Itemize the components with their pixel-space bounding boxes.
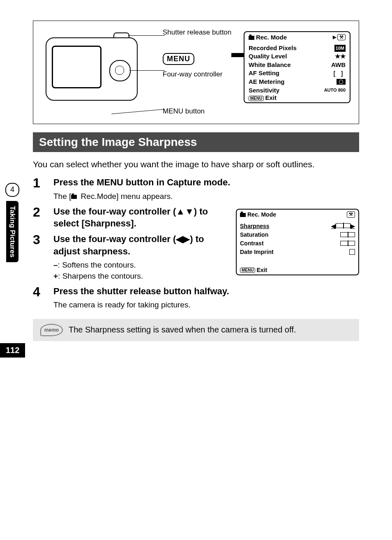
- lcd-panel-2: Rec. Mode ⚒ Sharpness◀▶ Saturation Contr…: [236, 209, 359, 275]
- menu-chip-row: MENU: [163, 53, 194, 65]
- lcd1-row4-label: AE Metering: [249, 78, 285, 86]
- tool-tab-icon: ⚒: [347, 211, 355, 218]
- lcd1-row1-label: Quality Level: [249, 52, 287, 60]
- step-num: 3: [33, 233, 53, 282]
- step-num: 4: [33, 285, 53, 311]
- memo-icon: memo: [40, 324, 63, 336]
- intro-text: You can select whether you want the imag…: [33, 158, 359, 170]
- slider-icon: [340, 232, 355, 237]
- lcd1-row1-value: ★★: [335, 52, 346, 60]
- checkbox-empty-icon: [349, 249, 355, 255]
- lcd1-row5-label: Sensitivity: [249, 86, 279, 95]
- tool-tab-icon: ⚒: [337, 34, 346, 40]
- camera-diagram: [42, 25, 157, 111]
- lcd2-title: Rec. Mode: [247, 211, 276, 218]
- metering-icon: [337, 79, 346, 85]
- lcd1-row0-value: 10M: [334, 45, 346, 52]
- shutter-label: Shutter release button: [163, 28, 231, 37]
- slider-icon: [336, 223, 350, 228]
- memo-text: The Sharpness setting is saved when the …: [69, 325, 296, 335]
- lcd1-row2-label: White Balance: [249, 61, 291, 69]
- lcd-panel-1: Rec. Mode ▶ ⚒ Recorded Pixels10M Quality…: [244, 31, 350, 109]
- af-bracket-icon: ［ ］: [330, 69, 346, 78]
- menu-chip: MENU: [163, 53, 194, 65]
- slider-icon: [340, 241, 355, 246]
- step-title: Press the MENU button in Capture mode.: [53, 176, 359, 189]
- section-header: Setting the Image Sharpness: [33, 132, 359, 152]
- step-title: Press the shutter release button halfway…: [53, 285, 359, 298]
- step-4: 4 Press the shutter release button halfw…: [33, 285, 359, 311]
- step-3: 3 Use the four-way controller (◀▶) to ad…: [33, 233, 228, 282]
- lcd1-exit: Exit: [265, 94, 277, 101]
- small-menu-chip: MENU: [240, 268, 255, 273]
- step-title: Use the four-way controller (▲▼) to sele…: [53, 205, 228, 230]
- menubtn-label: MENU button: [163, 107, 205, 115]
- lcd1-title: Rec. Mode: [256, 34, 287, 41]
- lcd2-row3-label: Date Imprint: [240, 248, 274, 256]
- memo-box: memo The Sharpness setting is saved when…: [33, 319, 359, 341]
- step-num: 1: [33, 176, 53, 202]
- step-title: Use the four-way controller (◀▶) to adju…: [53, 233, 228, 257]
- step-num: 2: [33, 205, 53, 230]
- step-sub: –: Softens the contours.+: Sharpens the …: [53, 260, 228, 282]
- fourway-label: Four-way controller: [163, 70, 223, 78]
- step-2: 2 Use the four-way controller (▲▼) to se…: [33, 205, 228, 230]
- lcd2-row1-label: Saturation: [240, 231, 268, 239]
- lcd1-row2-value: AWB: [331, 61, 346, 69]
- lcd2-row0-label: Sharpness: [240, 222, 270, 231]
- lcd2-exit: Exit: [256, 267, 267, 273]
- lcd2-row2-label: Contrast: [240, 239, 264, 248]
- step-sub: The [ Rec.Mode] menu appears.: [53, 191, 359, 202]
- step-1: 1 Press the MENU button in Capture mode.…: [33, 176, 359, 202]
- lcd1-row3-label: AF Setting: [249, 69, 279, 77]
- lcd1-row5-value: AUTO 800: [324, 87, 346, 93]
- figure-labels: Shutter release button MENU Four-way con…: [163, 25, 233, 120]
- step-sub: The camera is ready for taking pictures.: [53, 300, 359, 311]
- small-menu-chip: MENU: [249, 96, 264, 101]
- lcd1-row0-label: Recorded Pixels: [249, 44, 297, 52]
- page-number: 112: [0, 343, 25, 358]
- camera-figure: Shutter release button MENU Four-way con…: [33, 21, 359, 124]
- camera-icon: [249, 36, 254, 40]
